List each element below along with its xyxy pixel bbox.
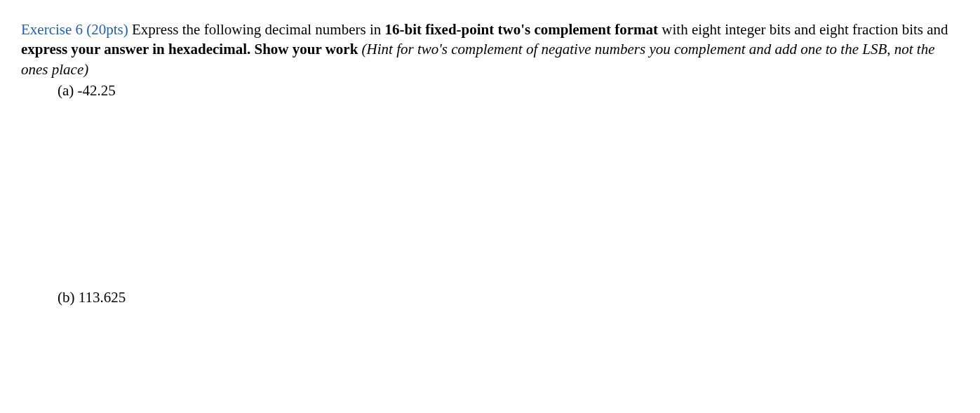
exercise-block: Exercise 6 (20pts) Express the following…: [21, 20, 959, 308]
item-b-label: (b) 113.625: [58, 289, 126, 306]
prompt-text-2: with eight integer bits and eight fracti…: [658, 21, 948, 38]
prompt-format-bold: 16-bit fixed-point two's complement form…: [384, 21, 658, 38]
prompt-instruction-bold: express your answer in hexadecimal. Show…: [21, 41, 358, 57]
exercise-prompt: Exercise 6 (20pts) Express the following…: [21, 20, 959, 79]
item-b: (b) 113.625: [58, 287, 959, 307]
exercise-label: Exercise 6 (20pts): [21, 21, 128, 38]
workspace-a: [21, 100, 959, 286]
item-a-label: (a) -42.25: [58, 82, 116, 99]
prompt-text-1: Express the following decimal numbers in: [128, 21, 385, 38]
item-a: (a) -42.25: [58, 81, 959, 100]
